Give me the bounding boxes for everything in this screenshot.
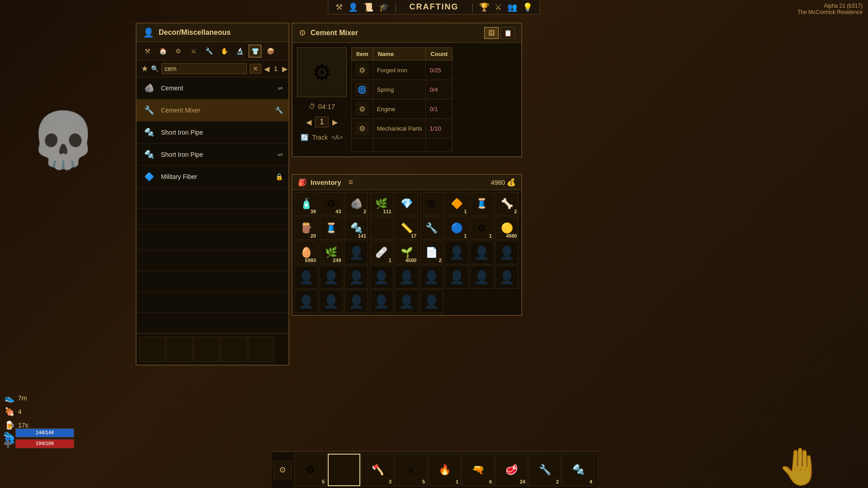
- mixer-tab-list[interactable]: 📋: [500, 27, 515, 39]
- inv-cell-empty[interactable]: 👤: [344, 265, 368, 289]
- inv-cell[interactable]: ⚙1: [470, 216, 494, 240]
- inv-cell[interactable]: 🔧: [420, 216, 443, 240]
- inv-cell[interactable]: [370, 216, 393, 240]
- inv-cell[interactable]: 🌿249: [320, 241, 343, 264]
- inv-cell[interactable]: 🩹1: [370, 241, 393, 264]
- cat-icon-hand[interactable]: ✋: [218, 45, 231, 57]
- qty-decrease-button[interactable]: ◀: [306, 118, 311, 127]
- speed-value: 7m: [18, 394, 27, 402]
- nav-icon-trophy[interactable]: 🏆: [479, 2, 489, 12]
- hotbar-cell-8[interactable]: 🔧 2: [528, 454, 561, 486]
- clear-search-button[interactable]: ✕: [250, 64, 261, 74]
- sort-icon[interactable]: ≡: [349, 178, 354, 187]
- list-item[interactable]: 🔷 Military Fiber 🔒: [137, 166, 288, 188]
- req-icon-forged-iron: ⚙: [355, 63, 369, 77]
- hotbar-cell-1[interactable]: ⚙ 5: [294, 454, 327, 486]
- inv-cell[interactable]: 🔶1: [445, 192, 468, 216]
- inv-cell-empty[interactable]: 👤: [470, 241, 494, 264]
- qty-increase-button[interactable]: ▶: [332, 118, 338, 127]
- inv-cell-empty[interactable]: 👤: [370, 290, 393, 313]
- equip-slot[interactable]: [221, 337, 247, 362]
- inv-cell-empty[interactable]: 👤: [445, 241, 468, 264]
- inv-cell-empty[interactable]: 👤: [370, 265, 393, 289]
- search-input[interactable]: [161, 63, 247, 74]
- inv-cell-empty[interactable]: 👤: [420, 290, 443, 313]
- hotbar-cell-6[interactable]: 🔫 6: [462, 454, 494, 486]
- cat-icon-box[interactable]: 📦: [264, 45, 277, 57]
- inv-cell[interactable]: 🌿111: [370, 192, 393, 216]
- mixer-tab-icon[interactable]: 🖼: [484, 27, 499, 39]
- nav-icon-craft[interactable]: ⚒: [335, 2, 343, 12]
- inv-cell[interactable]: 🧵: [320, 216, 343, 240]
- cat-icon-shirt[interactable]: 👕: [249, 45, 261, 57]
- inv-cell[interactable]: 🪨2: [344, 192, 368, 216]
- inv-cell-empty[interactable]: 👤: [470, 265, 494, 289]
- cat-icon-wrench[interactable]: 🔧: [203, 45, 215, 57]
- cat-icon-sword[interactable]: ⚔: [187, 45, 200, 57]
- inv-cell-empty[interactable]: 👤: [294, 290, 318, 313]
- next-page-button[interactable]: ▶: [282, 65, 288, 73]
- list-item[interactable]: 🔩 Short Iron Pipe ⇌: [137, 144, 288, 166]
- inv-cell-empty[interactable]: 👤: [320, 290, 343, 313]
- list-item[interactable]: 🔩 Short Iron Pipe: [137, 122, 288, 144]
- inv-item-count: 1: [464, 233, 467, 239]
- nav-icon-survivor[interactable]: 👤: [348, 2, 358, 12]
- hotbar-cell-4[interactable]: ⚔ 5: [395, 454, 427, 486]
- hotbar-cell-9[interactable]: 🔩 4: [562, 454, 594, 486]
- inv-cell[interactable]: 💎: [395, 192, 418, 216]
- nav-icon-sword[interactable]: ⚔: [495, 2, 502, 12]
- inv-cell[interactable]: 🌱4500: [395, 241, 418, 264]
- equip-slot[interactable]: [193, 337, 220, 362]
- nav-icon-map[interactable]: 📜: [363, 2, 373, 12]
- list-item[interactable]: 🔧 Cement Mixer 🔧: [137, 99, 288, 122]
- favorites-button[interactable]: ★: [141, 64, 148, 74]
- nav-icon-group[interactable]: 👥: [507, 2, 517, 12]
- hotbar-cell-5[interactable]: 🔥 1: [428, 454, 461, 486]
- inv-cell-empty[interactable]: 👤: [344, 241, 368, 264]
- nav-icon-skills[interactable]: 🎓: [379, 2, 389, 12]
- inv-cell[interactable]: 🧴39: [294, 192, 318, 216]
- inv-cell-empty[interactable]: 👤: [344, 290, 368, 313]
- item-name-pipe2: Short Iron Pipe: [161, 151, 278, 158]
- cat-icon-microscope[interactable]: 🔬: [233, 45, 246, 57]
- item-thumb-cement-mixer: 🔧: [142, 103, 156, 117]
- panel-header-title: Decor/Miscellaneous: [159, 28, 231, 37]
- inv-item-count: 2: [363, 209, 366, 214]
- inv-cell[interactable]: 🦴2: [495, 192, 519, 216]
- inv-cell-empty[interactable]: 👤: [395, 290, 418, 313]
- cat-icon-hammer[interactable]: ⚒: [141, 45, 154, 57]
- inv-cell[interactable]: 📏17: [395, 216, 418, 240]
- inv-cell-empty[interactable]: 👤: [420, 265, 443, 289]
- inv-cell-empty[interactable]: 👤: [495, 241, 519, 264]
- inv-cell[interactable]: ⚙: [420, 192, 443, 216]
- hotbar-cell-7[interactable]: 🥩 24: [495, 454, 528, 486]
- hotbar-item-icon-9: 🔩: [572, 465, 585, 475]
- inv-cell-empty[interactable]: 👤: [395, 265, 418, 289]
- cat-icon-home[interactable]: 🏠: [156, 45, 169, 57]
- equip-slot[interactable]: [248, 337, 274, 362]
- hotbar-cell-3[interactable]: 🪓 3: [361, 454, 394, 486]
- inv-cell[interactable]: 📄2: [420, 241, 443, 264]
- inv-cell[interactable]: 🔩141: [344, 216, 368, 240]
- health-bar-text: 104/104: [16, 440, 74, 447]
- equip-slot[interactable]: [166, 337, 193, 362]
- inv-item-icon: 🧴: [300, 199, 312, 209]
- cat-icon-gear[interactable]: ⚙: [172, 45, 184, 57]
- inv-cell[interactable]: 🪵20: [294, 216, 318, 240]
- inv-cell-empty[interactable]: 👤: [495, 265, 519, 289]
- req-icon-spring: 🌀: [355, 83, 369, 96]
- inv-cell-empty[interactable]: 👤: [445, 265, 468, 289]
- inv-cell[interactable]: ⚙43: [320, 192, 343, 216]
- prev-page-button[interactable]: ◀: [264, 65, 269, 73]
- inv-cell-empty[interactable]: 👤: [294, 265, 318, 289]
- inv-cell[interactable]: 🧵: [470, 192, 494, 216]
- hotbar-cell-2[interactable]: [328, 454, 360, 486]
- nav-icon-light[interactable]: 💡: [523, 2, 533, 12]
- inv-cell[interactable]: 🟡4980: [495, 216, 519, 240]
- list-item[interactable]: 🪨 Cement ⇌: [137, 77, 288, 99]
- inv-cell-empty[interactable]: 👤: [320, 265, 343, 289]
- hotbar-settings-button[interactable]: ⚙: [274, 461, 292, 479]
- equip-slot[interactable]: [139, 337, 165, 362]
- inv-cell[interactable]: 🥚5993: [294, 241, 318, 264]
- inv-cell[interactable]: 🔵1: [445, 216, 468, 240]
